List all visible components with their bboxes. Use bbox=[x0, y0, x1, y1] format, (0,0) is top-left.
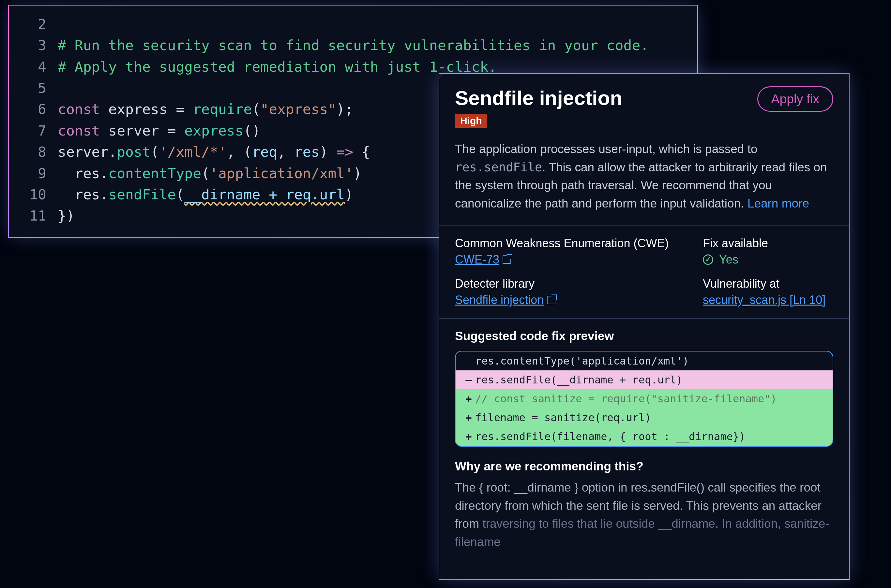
vulnerability-description: The application processes user-input, wh… bbox=[439, 134, 849, 225]
line-number: 11 bbox=[9, 205, 46, 226]
line-number: 7 bbox=[9, 120, 46, 141]
vulnerability-title: Sendfile injection bbox=[455, 86, 622, 110]
cwe-link[interactable]: CWE-73 bbox=[455, 253, 703, 267]
diff-line-context: res.contentType('application/xml') bbox=[456, 351, 832, 370]
vulnerability-details-panel: Sendfile injection High Apply fix The ap… bbox=[439, 73, 850, 580]
line-number: 10 bbox=[9, 184, 46, 205]
apply-fix-button[interactable]: Apply fix bbox=[757, 86, 833, 112]
code-line[interactable]: # Run the security scan to find security… bbox=[58, 35, 697, 56]
line-number: 3 bbox=[9, 35, 46, 56]
line-number: 9 bbox=[9, 163, 46, 184]
line-number: 8 bbox=[9, 141, 46, 162]
meta-cwe: Common Weakness Enumeration (CWE) CWE-73 bbox=[455, 237, 703, 267]
meta-detector-library: Detecter library Sendfile injection bbox=[455, 277, 703, 307]
diff-line-added: +// const sanitize = require("sanitize-f… bbox=[456, 389, 832, 408]
vulnerability-location-link[interactable]: security_scan.js [Ln 10] bbox=[703, 293, 833, 307]
external-link-icon bbox=[547, 296, 555, 304]
diff-line-removed: —res.sendFile(__dirname + req.url) bbox=[456, 370, 832, 389]
diff-preview-box: res.contentType('application/xml')—res.s… bbox=[455, 351, 833, 447]
check-circle-icon bbox=[703, 254, 713, 265]
line-number: 5 bbox=[9, 78, 46, 99]
line-number-gutter: 234567891011 bbox=[9, 14, 58, 227]
recommendation-title: Why are we recommending this? bbox=[455, 460, 833, 473]
diff-line-added: +res.sendFile(filename, { root : __dirna… bbox=[456, 427, 832, 446]
severity-badge: High bbox=[455, 114, 487, 128]
external-link-icon bbox=[503, 255, 511, 264]
line-number: 6 bbox=[9, 99, 46, 120]
code-fix-preview-title: Suggested code fix preview bbox=[455, 329, 833, 343]
code-line[interactable] bbox=[58, 14, 697, 35]
diff-line-added: +filename = sanitize(req.url) bbox=[456, 408, 832, 427]
line-number: 2 bbox=[9, 14, 46, 35]
learn-more-link[interactable]: Learn more bbox=[748, 197, 809, 210]
meta-vulnerability-location: Vulnerability at security_scan.js [Ln 10… bbox=[703, 277, 833, 307]
line-number: 4 bbox=[9, 56, 46, 78]
meta-fix-available: Fix available Yes bbox=[703, 237, 833, 267]
detector-library-link[interactable]: Sendfile injection bbox=[455, 293, 703, 307]
recommendation-text: The { root: __dirname } option in res.se… bbox=[455, 478, 833, 551]
